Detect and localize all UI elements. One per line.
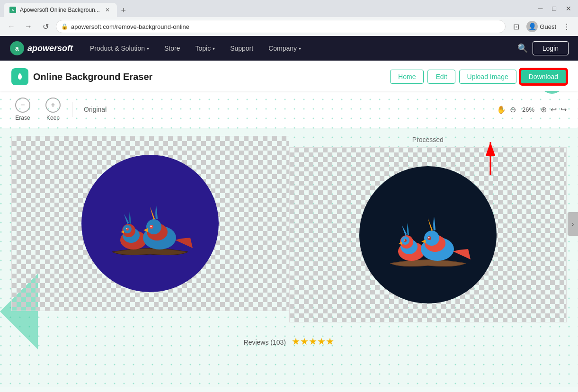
refresh-button[interactable]: ↺ xyxy=(39,20,52,33)
forward-button[interactable]: → xyxy=(22,20,35,33)
original-bird-image xyxy=(81,155,219,292)
nav-item-company[interactable]: Company ▾ xyxy=(261,36,309,61)
right-panel-toggle[interactable]: › xyxy=(568,212,578,236)
svg-point-17 xyxy=(151,226,152,227)
processed-panel: Processed xyxy=(289,136,567,322)
back-button[interactable]: ← xyxy=(5,20,18,33)
original-panel xyxy=(11,136,289,322)
svg-point-26 xyxy=(424,231,439,246)
original-canvas xyxy=(11,136,289,311)
svg-point-22 xyxy=(404,239,407,242)
new-tab-button[interactable]: + xyxy=(117,4,130,17)
hand-tool-icon[interactable]: ✋ xyxy=(497,105,506,114)
logo-icon: a xyxy=(9,41,25,56)
tab-favicon: A xyxy=(9,7,16,13)
canvas-area: Processed xyxy=(0,128,578,330)
reviews-section: Reviews (103) ★★★★★ xyxy=(0,330,578,353)
menu-button[interactable]: ⋮ xyxy=(560,20,573,33)
window-controls: ─ □ ✕ xyxy=(535,4,574,13)
url-text: apowersoft.com/remove-background-online xyxy=(71,23,189,30)
browser-toolbar: ← → ↺ 🔒 apowersoft.com/remove-background… xyxy=(0,17,578,36)
profile-avatar: 👤 xyxy=(526,21,538,32)
app-header: Online Background Eraser Home Edit Uploa… xyxy=(0,61,578,91)
site-nav: a apowersoft Product & Solution ▾ Store … xyxy=(0,36,578,61)
upload-image-button[interactable]: Upload Image xyxy=(459,70,516,84)
nav-item-product[interactable]: Product & Solution ▾ xyxy=(82,36,157,61)
nav-item-topic[interactable]: Topic ▾ xyxy=(187,36,222,61)
chevron-down-icon-2: ▾ xyxy=(213,46,215,51)
tools-divider xyxy=(72,102,72,117)
erase-icon: − xyxy=(15,98,30,113)
chevron-down-icon-3: ▾ xyxy=(299,46,301,51)
chevron-down-icon: ▾ xyxy=(147,46,149,51)
svg-point-4 xyxy=(19,77,21,79)
processed-bird-image xyxy=(359,166,497,303)
download-button[interactable]: Download xyxy=(520,69,567,84)
processed-canvas xyxy=(289,147,567,322)
profile-label: Guest xyxy=(540,23,556,30)
logo[interactable]: a apowersoft xyxy=(9,41,73,56)
undo-redo-controls: ↩ ↪ xyxy=(551,105,567,114)
processed-label: Processed xyxy=(289,136,567,143)
home-button[interactable]: Home xyxy=(390,70,424,84)
logo-text: apowersoft xyxy=(27,44,73,53)
lock-icon: 🔒 xyxy=(61,23,68,30)
tools-bar: − Erase + Keep Original ✋ ⊖ 26% ⊕ ↩ ↪ xyxy=(0,91,578,128)
extensions-icon[interactable]: ⊡ xyxy=(509,20,523,33)
tab-title: Apowersoft Online Backgroun... xyxy=(20,7,100,13)
nav-item-support[interactable]: Support xyxy=(222,36,261,61)
zoom-in-icon[interactable]: ⊕ xyxy=(541,105,547,114)
star-rating: ★★★★★ xyxy=(292,336,334,347)
browser-titlebar: A Apowersoft Online Backgroun... ✕ + ─ □… xyxy=(0,0,578,17)
header-nav: Home Edit Upload Image Download xyxy=(390,69,567,84)
browser-tab-active[interactable]: A Apowersoft Online Backgroun... ✕ xyxy=(4,3,117,17)
svg-text:a: a xyxy=(15,45,19,52)
erase-label: Erase xyxy=(15,115,30,121)
profile-button[interactable]: 👤 Guest xyxy=(526,21,556,32)
undo-button[interactable]: ↩ xyxy=(551,105,557,114)
keep-icon: + xyxy=(45,98,61,113)
search-button[interactable]: 🔍 xyxy=(513,43,533,53)
zoom-value: 26% xyxy=(520,106,537,113)
tab-close-button[interactable]: ✕ xyxy=(104,6,111,14)
zoom-out-icon[interactable]: ⊖ xyxy=(510,105,516,114)
keep-label: Keep xyxy=(46,115,60,121)
browser-tabs: A Apowersoft Online Backgroun... ✕ + xyxy=(4,0,130,17)
zoom-controls: ✋ ⊖ 26% ⊕ ↩ ↪ xyxy=(497,105,567,114)
browser-chrome: A Apowersoft Online Backgroun... ✕ + ─ □… xyxy=(0,0,578,36)
svg-point-23 xyxy=(404,240,405,241)
original-label: Original xyxy=(84,106,107,113)
erase-tool[interactable]: − Erase xyxy=(11,96,34,123)
close-button[interactable]: ✕ xyxy=(563,4,574,13)
svg-point-28 xyxy=(428,237,429,239)
minimize-button[interactable]: ─ xyxy=(535,4,546,13)
svg-point-11 xyxy=(126,228,129,231)
app-icon xyxy=(11,68,28,85)
svg-point-12 xyxy=(126,228,127,229)
app-title: Online Background Eraser xyxy=(33,71,152,82)
svg-point-15 xyxy=(146,219,161,234)
edit-button[interactable]: Edit xyxy=(427,70,455,84)
reviews-label: Reviews (103) xyxy=(244,339,286,346)
maximize-button[interactable]: □ xyxy=(550,4,559,13)
toolbar-right: ⊡ 👤 Guest ⋮ xyxy=(509,20,573,33)
app-title-section: Online Background Eraser xyxy=(11,68,152,85)
nav-item-store[interactable]: Store xyxy=(157,36,187,61)
address-bar[interactable]: 🔒 apowersoft.com/remove-background-onlin… xyxy=(56,20,506,33)
main-content: Online Background Eraser Home Edit Uploa… xyxy=(0,61,578,387)
keep-tool[interactable]: + Keep xyxy=(42,96,64,123)
redo-button[interactable]: ↪ xyxy=(560,105,567,114)
login-button[interactable]: Login xyxy=(533,41,569,55)
